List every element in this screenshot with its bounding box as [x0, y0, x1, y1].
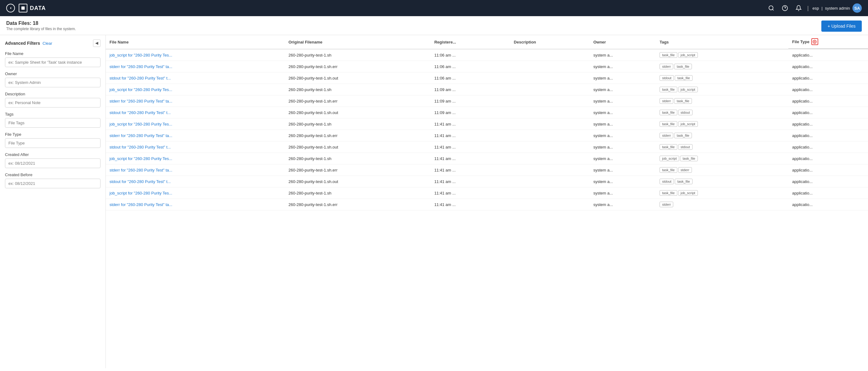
table-row: job_script for "260-280 Purity Tes...260… — [106, 49, 868, 61]
table-body: job_script for "260-280 Purity Tes...260… — [106, 49, 868, 210]
file-name-link[interactable]: stderr for "260-280 Purity Test" ta... — [110, 64, 193, 69]
tag-badge: task_file — [674, 64, 691, 69]
search-button[interactable] — [766, 3, 776, 13]
description — [510, 176, 590, 188]
table-row: stderr for "260-280 Purity Test" ta...26… — [106, 164, 868, 176]
table-row: job_script for "260-280 Purity Tes...260… — [106, 153, 868, 164]
col-header-filetype: File Type — [788, 35, 868, 49]
tag-badge: job_script — [678, 190, 698, 196]
original-filename: 260-280-purity-test-1.sh.err — [285, 199, 431, 210]
registered-date: 11:09 am ... — [431, 107, 510, 119]
table-row: stderr for "260-280 Purity Test" ta...26… — [106, 95, 868, 107]
file-name-link[interactable]: stderr for "260-280 Purity Test" ta... — [110, 168, 193, 172]
filter-group-created-before: Created Before — [5, 172, 100, 188]
file-name-link[interactable]: stderr for "260-280 Purity Test" ta... — [110, 133, 193, 138]
file-name-link[interactable]: stdout for "260-280 Purity Test" t... — [110, 179, 193, 184]
filter-input-description[interactable] — [5, 98, 100, 107]
original-filename: 260-280-purity-test-1.sh.err — [285, 130, 431, 141]
owner: system a... — [590, 107, 656, 119]
filter-input-file-type[interactable] — [5, 138, 100, 148]
registered-date: 11:41 am ... — [431, 119, 510, 130]
filter-label: Owner — [5, 71, 100, 76]
file-name-link[interactable]: stdout for "260-280 Purity Test" t... — [110, 76, 193, 80]
filter-input-created-after[interactable] — [5, 159, 100, 168]
tag-badge: task_file — [659, 87, 677, 92]
file-name-link[interactable]: job_script for "260-280 Purity Tes... — [110, 156, 193, 161]
tag-badge: stdout — [678, 110, 692, 115]
upload-files-button[interactable]: + Upload Files — [822, 21, 862, 32]
file-type: applicatio... — [788, 107, 868, 119]
file-type: applicatio... — [788, 164, 868, 176]
page-title-area: Data Files: 18 The complete library of f… — [6, 21, 76, 31]
help-button[interactable] — [780, 3, 790, 13]
collapse-filters-button[interactable]: ◄ — [93, 39, 100, 47]
column-settings-button[interactable] — [811, 38, 818, 45]
file-name-link[interactable]: job_script for "260-280 Purity Tes... — [110, 191, 193, 196]
page-header: Data Files: 18 The complete library of f… — [0, 16, 868, 35]
tag-badge: job_script — [678, 121, 698, 127]
description — [510, 153, 590, 164]
tag-badge: stderr — [659, 133, 673, 138]
description — [510, 164, 590, 176]
table-row: stderr for "260-280 Purity Test" ta...26… — [106, 130, 868, 141]
tags-cell: task_filejob_script — [656, 49, 788, 61]
original-filename: 260-280-purity-test-1.sh.err — [285, 61, 431, 72]
col-header-tags: Tags — [656, 35, 788, 49]
clear-filters-button[interactable]: Clear — [42, 41, 52, 46]
filter-input-file-name[interactable] — [5, 58, 100, 67]
collapse-icon: ◄ — [94, 40, 99, 46]
file-type: applicatio... — [788, 188, 868, 199]
tag-badge: stderr — [659, 202, 673, 207]
file-name-link[interactable]: stdout for "260-280 Purity Test" t... — [110, 110, 193, 115]
table-row: stderr for "260-280 Purity Test" ta...26… — [106, 199, 868, 210]
table-row: job_script for "260-280 Purity Tes...260… — [106, 119, 868, 130]
description — [510, 95, 590, 107]
file-name-link[interactable]: job_script for "260-280 Purity Tes... — [110, 53, 193, 58]
file-name-link[interactable]: stderr for "260-280 Purity Test" ta... — [110, 202, 193, 207]
tags-cell: stderrtask_file — [656, 61, 788, 72]
tag-badge: stdout — [678, 144, 692, 150]
table-row: stdout for "260-280 Purity Test" t...260… — [106, 72, 868, 84]
owner: system a... — [590, 72, 656, 84]
registered-date: 11:41 am ... — [431, 188, 510, 199]
filters-title: Advanced Filters — [5, 41, 40, 46]
filter-input-owner[interactable] — [5, 78, 100, 87]
file-name-link[interactable]: job_script for "260-280 Purity Tes... — [110, 87, 193, 92]
filter-label: File Name — [5, 51, 100, 56]
tag-badge: stderr — [678, 167, 692, 173]
file-type: applicatio... — [788, 72, 868, 84]
main-layout: Advanced Filters Clear ◄ File NameOwnerD… — [0, 35, 868, 368]
description — [510, 130, 590, 141]
app-logo-area: DATA — [19, 4, 46, 12]
file-name-link[interactable]: stdout for "260-280 Purity Test" t... — [110, 145, 193, 149]
original-filename: 260-280-purity-test-1.sh.out — [285, 107, 431, 119]
avatar[interactable]: SA — [852, 3, 862, 13]
data-table-area: File Name Original Filename Registere...… — [106, 35, 868, 368]
owner: system a... — [590, 119, 656, 130]
original-filename: 260-280-purity-test-1.sh.out — [285, 176, 431, 188]
file-name-link[interactable]: stderr for "260-280 Purity Test" ta... — [110, 99, 193, 103]
tag-badge: stdout — [659, 179, 674, 184]
svg-point-1 — [769, 6, 773, 10]
owner: system a... — [590, 84, 656, 95]
registered-date: 11:41 am ... — [431, 153, 510, 164]
tag-badge: stderr — [659, 98, 673, 104]
owner: system a... — [590, 164, 656, 176]
table-row: job_script for "260-280 Purity Tes...260… — [106, 188, 868, 199]
filters-sidebar: Advanced Filters Clear ◄ File NameOwnerD… — [0, 35, 106, 368]
tags-cell: task_filestderr — [656, 164, 788, 176]
filter-group-owner: Owner — [5, 71, 100, 87]
notifications-button[interactable] — [794, 3, 804, 13]
svg-line-2 — [773, 9, 774, 10]
table-row: stdout for "260-280 Purity Test" t...260… — [106, 176, 868, 188]
page-subtitle: The complete library of files in the sys… — [6, 27, 76, 31]
tags-cell: stdouttask_file — [656, 176, 788, 188]
file-type: applicatio... — [788, 119, 868, 130]
filter-input-created-before[interactable] — [5, 179, 100, 188]
description — [510, 188, 590, 199]
filter-input-tags[interactable] — [5, 118, 100, 128]
back-button[interactable] — [6, 4, 15, 12]
file-name-link[interactable]: job_script for "260-280 Purity Tes... — [110, 122, 193, 127]
tag-badge: job_script — [659, 156, 679, 161]
filetype-col-label: File Type — [792, 39, 809, 44]
